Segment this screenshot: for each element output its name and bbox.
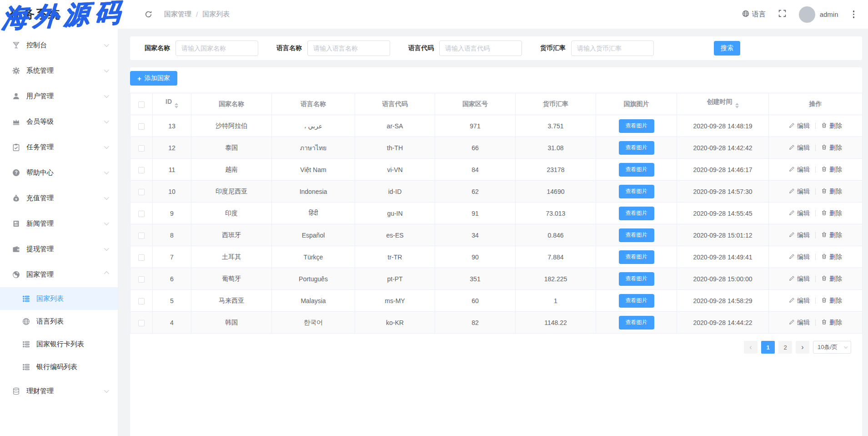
row-checkbox[interactable] <box>138 276 145 283</box>
app-logo: 任务系统 <box>0 6 116 22</box>
row-checkbox[interactable] <box>138 233 145 239</box>
delete-link[interactable]: 删除 <box>821 166 842 174</box>
cell-code: tr-TR <box>355 246 435 268</box>
view-image-button[interactable]: 查看图片 <box>619 185 654 198</box>
col-created[interactable]: 创建时间 <box>677 93 769 115</box>
row-checkbox[interactable] <box>138 167 145 173</box>
delete-link[interactable]: 删除 <box>821 231 842 239</box>
pencil-icon <box>789 144 795 152</box>
view-image-button[interactable]: 查看图片 <box>619 207 654 220</box>
delete-link[interactable]: 删除 <box>821 297 842 305</box>
cell-language: ، عربي <box>272 115 355 137</box>
edit-link[interactable]: 编辑 <box>789 319 810 327</box>
delete-link[interactable]: 删除 <box>821 209 842 218</box>
breadcrumb: 国家管理 / 国家列表 <box>164 10 230 19</box>
edit-link[interactable]: 编辑 <box>789 122 810 130</box>
user-menu[interactable]: admin <box>799 6 838 23</box>
edit-link[interactable]: 编辑 <box>789 253 810 261</box>
svg-text:?: ? <box>15 170 17 175</box>
sidebar-item-recharge[interactable]: ¥ 充值管理 <box>0 185 118 211</box>
view-image-button[interactable]: 查看图片 <box>619 119 654 133</box>
currency-rate-input[interactable] <box>571 41 654 56</box>
view-image-button[interactable]: 查看图片 <box>619 272 654 286</box>
prev-page-button[interactable]: ‹ <box>744 341 758 354</box>
fullscreen-icon[interactable] <box>778 10 786 19</box>
sidebar-item-finance[interactable]: 理财管理 <box>0 378 118 404</box>
delete-link[interactable]: 删除 <box>821 188 842 196</box>
delete-link[interactable]: 删除 <box>821 275 842 283</box>
sidebar-subitem-bank-code-list[interactable]: 银行编码列表 <box>0 355 118 378</box>
page-size-select[interactable]: 10条/页 <box>813 341 851 354</box>
action-divider <box>815 232 816 238</box>
sidebar-item-console[interactable]: 控制台 <box>0 32 118 58</box>
sidebar-item-system[interactable]: 系统管理 <box>0 58 118 83</box>
cell-id: 4 <box>153 312 191 334</box>
sidebar-item-help[interactable]: ? 帮助中心 <box>0 160 118 185</box>
sidebar-item-tasks[interactable]: 任务管理 <box>0 134 118 160</box>
search-button[interactable]: 搜索 <box>714 41 740 56</box>
trash-icon <box>821 122 827 130</box>
edit-link[interactable]: 编辑 <box>789 144 810 152</box>
col-id[interactable]: ID <box>153 93 191 115</box>
delete-link[interactable]: 删除 <box>821 144 842 152</box>
row-checkbox[interactable] <box>138 298 145 304</box>
sidebar-item-news[interactable]: 新闻管理 <box>0 211 118 236</box>
sidebar-subitem-language-list[interactable]: 语言列表 <box>0 310 118 333</box>
page-number-button[interactable]: 1 <box>761 341 775 354</box>
sidebar-item-label: 提现管理 <box>26 245 104 253</box>
console-icon <box>12 41 20 49</box>
row-checkbox[interactable] <box>138 254 145 261</box>
sidebar-subitem-country-bankcard-list[interactable]: 国家银行卡列表 <box>0 333 118 355</box>
view-image-button[interactable]: 查看图片 <box>619 316 654 330</box>
view-image-button[interactable]: 查看图片 <box>619 228 654 242</box>
cell-created: 2020-09-28 14:49:41 <box>677 246 769 268</box>
view-image-button[interactable]: 查看图片 <box>619 141 654 155</box>
edit-link[interactable]: 编辑 <box>789 231 810 239</box>
column-label: 货币汇率 <box>543 100 568 107</box>
delete-link[interactable]: 删除 <box>821 122 842 130</box>
delete-link[interactable]: 删除 <box>821 253 842 261</box>
breadcrumb-item-country-list: 国家列表 <box>202 10 230 19</box>
language-switcher[interactable]: 语言 <box>742 10 766 19</box>
row-checkbox[interactable] <box>138 123 145 130</box>
pencil-icon <box>789 188 795 195</box>
more-menu-icon[interactable] <box>851 9 857 20</box>
language-name-input[interactable] <box>307 41 390 56</box>
sidebar-menu: 控制台 系统管理 用户管理 会员等级 任务管理 ? 帮助中心 ¥ 充值管理 新闻… <box>0 29 118 404</box>
view-image-button[interactable]: 查看图片 <box>619 250 654 264</box>
country-name-input[interactable] <box>176 41 258 56</box>
edit-link[interactable]: 编辑 <box>789 166 810 174</box>
row-checkbox[interactable] <box>138 320 145 326</box>
sidebar-item-country[interactable]: 国家管理 <box>0 262 118 287</box>
sidebar-item-withdraw[interactable]: 提现管理 <box>0 236 118 262</box>
sort-icon[interactable] <box>735 101 739 110</box>
add-country-button[interactable]: + 添加国家 <box>130 71 177 86</box>
row-checkbox[interactable] <box>138 211 145 217</box>
sidebar-item-users[interactable]: 用户管理 <box>0 83 118 109</box>
sidebar-item-member-level[interactable]: 会员等级 <box>0 109 118 134</box>
edit-link[interactable]: 编辑 <box>789 275 810 283</box>
select-all-checkbox[interactable] <box>138 101 145 108</box>
edit-link[interactable]: 编辑 <box>789 209 810 218</box>
row-checkbox[interactable] <box>138 189 145 195</box>
delete-link[interactable]: 删除 <box>821 319 842 327</box>
sidebar-subitem-country-list[interactable]: 国家列表 <box>0 287 118 310</box>
view-image-button[interactable]: 查看图片 <box>619 163 654 177</box>
language-code-input[interactable] <box>439 41 522 56</box>
page-number-button[interactable]: 2 <box>778 341 792 354</box>
sort-icon[interactable] <box>175 101 178 110</box>
edit-link[interactable]: 编辑 <box>789 188 810 196</box>
breadcrumb-item-country-management[interactable]: 国家管理 <box>164 10 191 19</box>
trash-icon <box>821 253 827 261</box>
next-page-button[interactable]: › <box>796 341 809 354</box>
column-label: 国家区号 <box>462 100 488 107</box>
sidebar-item-label: 新闻管理 <box>26 219 104 228</box>
refresh-icon[interactable] <box>145 10 152 18</box>
cell-created: 2020-09-28 14:44:22 <box>677 312 769 334</box>
row-checkbox[interactable] <box>138 145 145 152</box>
trash-icon <box>821 232 827 239</box>
view-image-button[interactable]: 查看图片 <box>619 294 654 308</box>
edit-link[interactable]: 编辑 <box>789 297 810 305</box>
cell-rate: 3.751 <box>516 115 596 137</box>
action-divider <box>815 298 816 304</box>
